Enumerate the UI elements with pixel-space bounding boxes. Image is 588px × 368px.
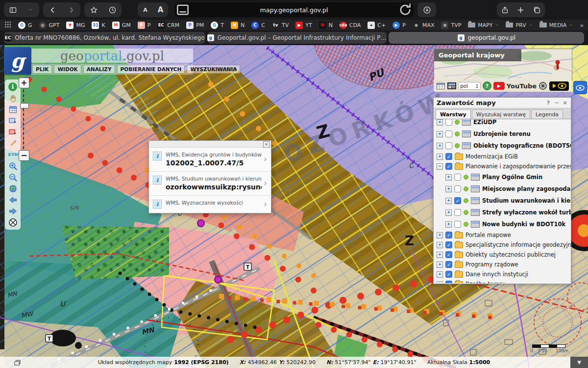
bookmark-n[interactable]: NN bbox=[319, 22, 333, 29]
language-select[interactable]: pol bbox=[458, 82, 481, 90]
layer-row[interactable]: +Nowe budynki w BDOT10k bbox=[436, 218, 571, 230]
bookmark-cda[interactable]: cdaCDA bbox=[340, 22, 361, 29]
wms-result-row-1[interactable]: iWMS, Ewidencja gruntów i budynków102002… bbox=[149, 148, 271, 171]
expand-plus-icon[interactable]: + bbox=[445, 221, 452, 228]
bookmark-gm[interactable]: MGM bbox=[112, 22, 131, 29]
reload-icon[interactable] bbox=[397, 1, 414, 18]
url-text[interactable]: mapy.geoportal.gov.pl bbox=[191, 6, 397, 14]
layer-row[interactable]: +Uzbrojenie terenu bbox=[436, 128, 571, 140]
expand-plus-icon[interactable]: + bbox=[437, 262, 443, 268]
layer-checkbox[interactable] bbox=[454, 174, 461, 181]
url-bar[interactable]: mapy.geoportal.gov.pl bbox=[174, 2, 414, 17]
layer-checkbox[interactable] bbox=[445, 142, 452, 149]
expand-plus-icon[interactable]: + bbox=[437, 119, 443, 126]
layer-row[interactable]: −✓Planowanie i zagospodarowanie przestrz… bbox=[436, 161, 571, 171]
chevron-right-icon[interactable]: › bbox=[264, 155, 267, 163]
layer-checkbox-checked[interactable]: ✓ bbox=[445, 241, 452, 248]
panel-close-icon[interactable]: × bbox=[562, 100, 568, 106]
favorites-star-icon[interactable] bbox=[86, 2, 101, 17]
bookmark-c[interactable]: CC bbox=[251, 22, 265, 29]
layer-row[interactable]: +Miejscowe plany zagospodarowania przest bbox=[436, 183, 571, 195]
draw-measure-tool[interactable] bbox=[6, 138, 19, 149]
expand-plus-icon[interactable]: + bbox=[437, 242, 443, 248]
layer-checkbox[interactable] bbox=[445, 119, 452, 126]
new-tab-icon[interactable] bbox=[514, 2, 528, 17]
menu-widok[interactable]: WIDOK bbox=[54, 65, 81, 74]
panel-tab-wyszukaj-warstwę[interactable]: Wyszukaj warstwę bbox=[472, 109, 530, 119]
layer-row[interactable]: +✓Specjalistyczne informacje geodezyjne bbox=[436, 240, 571, 250]
expand-panel-tab[interactable]: ▼ bbox=[570, 357, 588, 368]
layer-checkbox-checked[interactable]: ✓ bbox=[445, 232, 452, 238]
help-icon[interactable]: ? bbox=[483, 81, 491, 90]
geoportal-logo[interactable]: g bbox=[4, 47, 31, 75]
back-icon[interactable] bbox=[45, 2, 60, 17]
zoom-track[interactable] bbox=[23, 89, 24, 149]
expand-plus-icon[interactable]: + bbox=[445, 186, 452, 192]
expand-plus-icon[interactable]: + bbox=[437, 143, 443, 149]
layer-row[interactable]: +✓Portale mapowe bbox=[436, 230, 571, 240]
layer-row[interactable]: +Strefy wyłaczone wokół turbin wiatrowyc… bbox=[436, 207, 571, 218]
accessibility-eye-button[interactable] bbox=[573, 81, 587, 94]
expand-plus-icon[interactable]: + bbox=[437, 154, 443, 160]
tabs-overview-icon[interactable] bbox=[530, 2, 544, 17]
expand-plus-icon[interactable]: + bbox=[437, 131, 443, 137]
zoom-out-tool[interactable] bbox=[6, 172, 19, 183]
menu-analizy[interactable]: ANALIZY bbox=[83, 65, 115, 74]
coordinates-xyh-tool[interactable]: XYH bbox=[6, 149, 19, 160]
attribute-table-icon[interactable] bbox=[436, 82, 445, 90]
attribute-table-tool[interactable] bbox=[6, 104, 19, 115]
bookmark-c-[interactable]: +C+ bbox=[368, 22, 386, 29]
wheel-icon[interactable] bbox=[539, 81, 547, 90]
chevron-right-icon[interactable]: › bbox=[264, 179, 267, 187]
bookmark-n[interactable]: NN bbox=[231, 22, 245, 29]
bookmark-mapy[interactable]: MAPY bbox=[468, 22, 499, 28]
bookmark-k[interactable]: 31K bbox=[92, 22, 105, 29]
browser-tab-1[interactable]: ECOferta nr MNO760886, Ozorków, ul. kard… bbox=[4, 32, 205, 44]
panel-header[interactable]: Zawartość mapy ? − × bbox=[434, 98, 571, 108]
layer-row[interactable]: +Plany Ogólne Gmin bbox=[436, 171, 571, 183]
layer-row[interactable]: +Obiekty topograficzne (BDOT500) bbox=[436, 140, 571, 152]
layer-checkbox[interactable] bbox=[454, 185, 461, 192]
expand-plus-icon[interactable]: + bbox=[445, 210, 452, 216]
full-extent-tool[interactable] bbox=[6, 183, 19, 194]
bookmark-pm[interactable]: PPM bbox=[186, 22, 204, 29]
panel-tab-warstwy[interactable]: Warstwy bbox=[436, 109, 471, 119]
panel-tab-legenda[interactable]: Legenda bbox=[531, 109, 563, 119]
bookmarks-overflow-icon[interactable]: » bbox=[580, 22, 584, 29]
bookmark-crm[interactable]: ECCRM bbox=[157, 22, 179, 29]
browser-tab-3-active[interactable]: ggeoportal.gov.pl bbox=[389, 32, 584, 44]
bookmark-tvp[interactable]: ≡TVP bbox=[441, 22, 461, 29]
expand-plus-icon[interactable]: + bbox=[445, 174, 452, 181]
layer-checkbox[interactable] bbox=[445, 131, 452, 137]
bookmark-gpt[interactable]: ◎GPT bbox=[39, 22, 60, 29]
wms-chip-icon[interactable] bbox=[447, 82, 456, 89]
zoom-handle[interactable] bbox=[20, 103, 29, 108]
menu-wyszukiwania[interactable]: WYSZUKIWANIA bbox=[187, 65, 240, 74]
share-icon[interactable] bbox=[497, 2, 512, 17]
bookmark-yt[interactable]: ▶YT bbox=[295, 22, 312, 29]
info-tool[interactable]: i bbox=[6, 81, 19, 92]
layer-row[interactable]: +EZiUDP bbox=[436, 119, 571, 128]
browser-tab-2[interactable]: gGeoportal.gov.pl – Geoportal Infrastruk… bbox=[207, 32, 387, 44]
popup-close-icon[interactable]: × bbox=[263, 141, 270, 148]
layer-checkbox-checked[interactable]: ✓ bbox=[445, 251, 452, 258]
history-clock-icon[interactable] bbox=[105, 2, 120, 17]
text-smaller-button[interactable]: A bbox=[138, 2, 153, 17]
expand-plus-icon[interactable]: + bbox=[437, 232, 443, 238]
next-view-tool[interactable] bbox=[6, 206, 19, 216]
page-settings-icon[interactable] bbox=[174, 1, 191, 18]
menu-pobieranie-danych[interactable]: POBIERANIE DANYCH bbox=[117, 65, 185, 74]
bookmark-t[interactable]: GT bbox=[211, 22, 224, 29]
chevron-right-icon[interactable]: › bbox=[264, 200, 267, 209]
zoom-out-button[interactable]: − bbox=[19, 150, 29, 161]
layer-checkbox-checked[interactable]: ✓ bbox=[445, 163, 452, 170]
expand-plus-icon[interactable]: + bbox=[437, 281, 443, 284]
apps-grid-icon[interactable] bbox=[5, 21, 11, 30]
zoom-in-button[interactable]: + bbox=[19, 78, 29, 88]
text-larger-button[interactable]: A bbox=[153, 2, 168, 17]
wms-result-row-3[interactable]: iWMS, Wyznaczanie wysokości› bbox=[149, 195, 271, 213]
expand-plus-icon[interactable]: + bbox=[445, 198, 452, 204]
zoom-in-tool[interactable] bbox=[6, 160, 19, 171]
layer-checkbox-checked[interactable]: ✓ bbox=[445, 281, 452, 283]
clear-selection-tool[interactable] bbox=[6, 217, 19, 228]
